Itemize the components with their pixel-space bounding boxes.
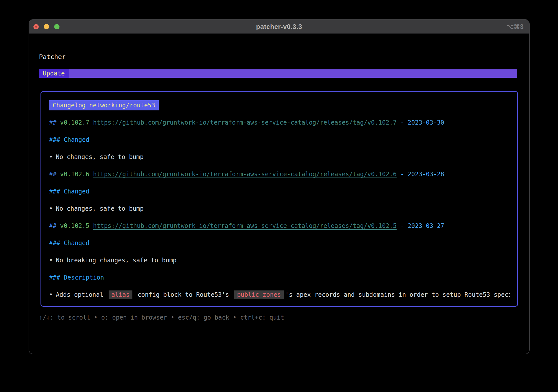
changelog-lines: ## v0.102.7 https://github.com/gruntwork… xyxy=(49,117,510,300)
changelog-title-row: Changelog networking/route53 xyxy=(49,100,510,110)
window-titlebar: patcher-v0.3.3 ⌥⌘3 xyxy=(29,20,529,34)
bullet-text: Adds optional xyxy=(56,291,107,298)
release-date: - 2023-03-30 xyxy=(400,119,444,126)
bullet-icon: • xyxy=(49,291,53,298)
bullet-text: No changes, safe to bump xyxy=(56,153,144,161)
tab-bar: Update xyxy=(39,69,517,78)
h3-text: ### Changed xyxy=(49,136,89,143)
bullet-text: config block to Route53's xyxy=(134,291,233,298)
bullet-icon: • xyxy=(49,153,53,161)
h3-text: ### Changed xyxy=(49,240,89,247)
bullet-icon: • xyxy=(49,205,53,212)
changelog-viewport[interactable]: Changelog networking/route53 ## v0.102.7… xyxy=(41,91,518,307)
release-version: v0.102.5 xyxy=(60,222,89,229)
changelog-section-heading: ### Changed xyxy=(49,238,510,248)
window-title: patcher-v0.3.3 xyxy=(29,20,529,34)
app-title: Patcher xyxy=(39,53,529,61)
changelog-release-heading: ## v0.102.6 https://github.com/gruntwork… xyxy=(49,169,510,179)
h2-hash: ## xyxy=(49,119,56,126)
inline-code: alias xyxy=(109,290,132,299)
h3-text: ### Changed xyxy=(49,188,89,195)
bullet-text: No breaking changes, safe to bump xyxy=(56,257,176,264)
tab-update[interactable]: Update xyxy=(39,69,69,78)
changelog-bullet-item: •No changes, safe to bump xyxy=(49,152,510,162)
bullet-icon: • xyxy=(49,257,53,264)
window-shortcut-badge: ⌥⌘3 xyxy=(506,20,524,34)
inline-code: public_zones xyxy=(234,290,284,299)
changelog-bullet-item: •No breaking changes, safe to bump xyxy=(49,255,510,265)
changelog-bullet-item: •No changes, safe to bump xyxy=(49,204,510,214)
changelog-section-heading: ### Description xyxy=(49,272,510,283)
release-link[interactable]: https://github.com/gruntwork-io/terrafor… xyxy=(93,119,396,126)
changelog-section-heading: ### Changed xyxy=(49,135,510,145)
release-link[interactable]: https://github.com/gruntwork-io/terrafor… xyxy=(93,171,396,178)
release-link[interactable]: https://github.com/gruntwork-io/terrafor… xyxy=(93,222,396,229)
help-bar: ↑/↓: to scroll • o: open in browser • es… xyxy=(39,313,529,322)
changelog-title-badge: Changelog networking/route53 xyxy=(49,100,159,110)
h2-hash: ## xyxy=(49,171,56,178)
terminal-window: patcher-v0.3.3 ⌥⌘3 Patcher Update Change… xyxy=(29,19,530,354)
release-date: - 2023-03-27 xyxy=(400,222,444,229)
changelog-release-heading: ## v0.102.7 https://github.com/gruntwork… xyxy=(49,117,510,128)
changelog-release-heading: ## v0.102.5 https://github.com/gruntwork… xyxy=(49,221,510,231)
changelog-bullet-item: •Adds optional alias config block to Rou… xyxy=(49,290,510,300)
h2-hash: ## xyxy=(49,222,56,229)
bullet-text: 's apex records and subdomains in order … xyxy=(285,291,510,298)
h3-text: ### Description xyxy=(49,274,104,281)
changelog-section-heading: ### Changed xyxy=(49,186,510,197)
bullet-text: No changes, safe to bump xyxy=(56,205,144,212)
release-version: v0.102.6 xyxy=(60,171,89,178)
release-version: v0.102.7 xyxy=(60,119,89,126)
release-date: - 2023-03-28 xyxy=(400,171,444,178)
terminal-content: Patcher Update Changelog networking/rout… xyxy=(29,53,529,322)
